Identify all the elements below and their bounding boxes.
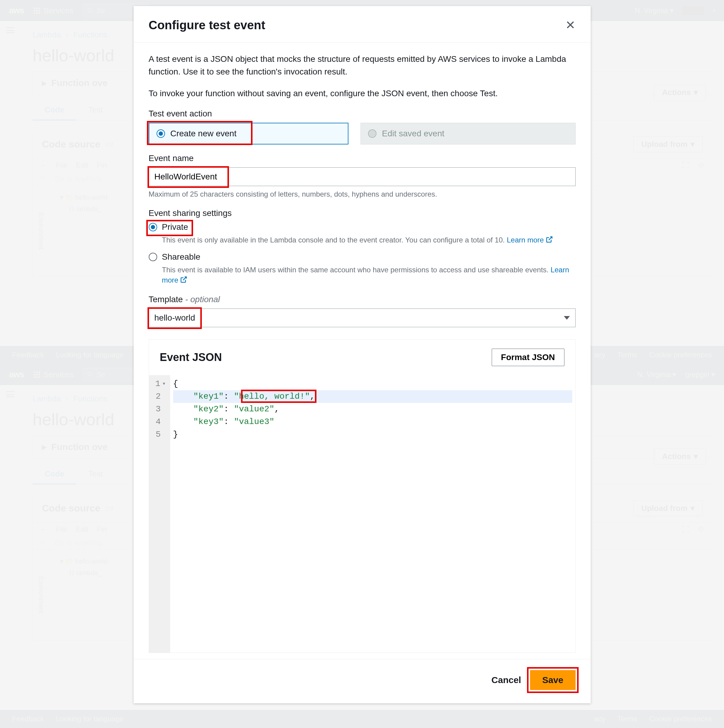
configure-test-event-modal: Configure test event ✕ A test event is a… [134, 6, 591, 703]
modal-header: Configure test event ✕ [134, 6, 591, 43]
event-json-title: Event JSON [160, 351, 222, 364]
line-gutter: 1▾ 2 3 4 5 [149, 375, 170, 653]
template-label: Template - optional [149, 295, 576, 304]
shareable-radio[interactable]: Shareable [149, 252, 576, 262]
format-json-button[interactable]: Format JSON [492, 349, 565, 366]
learn-more-link[interactable]: Learn more [507, 236, 553, 244]
test-event-action-group: Create new event Edit saved event [149, 123, 576, 144]
modal-overlay: Configure test event ✕ A test event is a… [0, 0, 724, 728]
modal-body: A test event is a JSON object that mocks… [134, 43, 591, 659]
modal-description-1: A test event is a JSON object that mocks… [149, 53, 576, 78]
external-link-icon [546, 236, 553, 246]
shareable-hint: This event is available to IAM users wit… [162, 265, 576, 286]
cancel-button[interactable]: Cancel [491, 675, 521, 685]
test-event-action-label: Test event action [149, 109, 576, 119]
radio-icon [368, 129, 377, 138]
edit-saved-event-option: Edit saved event [360, 123, 576, 144]
event-name-label: Event name [149, 153, 576, 163]
create-new-event-option[interactable]: Create new event [149, 123, 349, 144]
caret-down-icon [564, 316, 570, 320]
modal-title: Configure test event [149, 18, 265, 32]
template-select[interactable]: hello-world [149, 309, 576, 327]
modal-footer: Cancel Save [134, 659, 591, 703]
radio-icon [149, 223, 157, 231]
external-link-icon [180, 276, 187, 286]
modal-description-2: To invoke your function without saving a… [149, 87, 576, 100]
radio-icon [149, 253, 157, 261]
save-button[interactable]: Save [530, 670, 575, 690]
private-radio[interactable]: Private [149, 222, 576, 232]
close-icon[interactable]: ✕ [565, 18, 576, 32]
event-name-input[interactable] [149, 167, 576, 186]
event-sharing-label: Event sharing settings [149, 208, 576, 218]
event-json-panel: Event JSON Format JSON 1▾ 2 3 4 5 { "key… [149, 339, 576, 653]
private-hint: This event is only available in the Lamb… [162, 235, 576, 246]
code-lines[interactable]: { "key1": "hello, world!", "key2": "valu… [170, 375, 575, 653]
radio-icon [156, 129, 165, 138]
event-name-hint: Maximum of 25 characters consisting of l… [149, 189, 576, 199]
json-editor[interactable]: 1▾ 2 3 4 5 { "key1": "hello, world!", "k… [149, 375, 575, 653]
